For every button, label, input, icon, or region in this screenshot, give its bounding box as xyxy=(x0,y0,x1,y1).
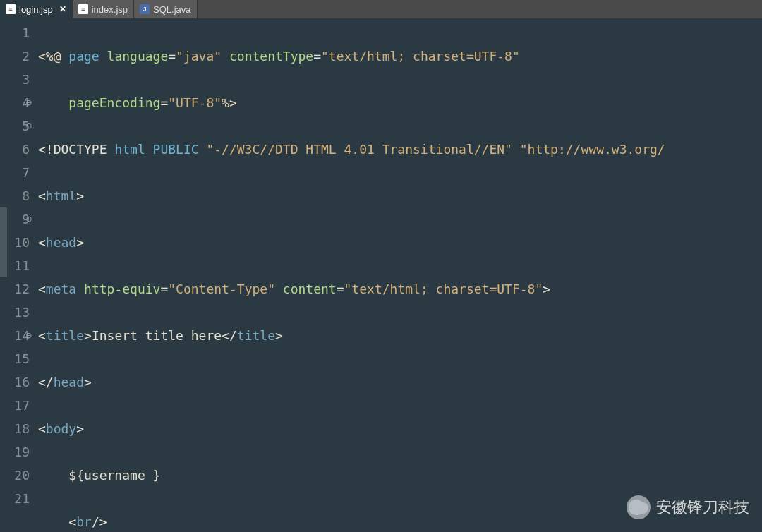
line-number: 1 xyxy=(1,21,30,44)
fold-toggle-icon[interactable]: ⊖ xyxy=(26,91,32,114)
line-number: 17 xyxy=(1,394,30,417)
line-number-gutter: 1 2 3 4⊖ 5⊖ 6 7 8 9⊖ 10 11 12 13 14⊖ 15 … xyxy=(0,18,35,532)
tab-sql-java[interactable]: J SQL.java xyxy=(134,0,197,18)
watermark: 安徽锋刀科技 xyxy=(627,495,749,519)
editor-tab-bar: ≡ login.jsp ✕ ≡ index.jsp J SQL.java xyxy=(0,0,762,18)
tab-label: SQL.java xyxy=(153,4,190,15)
tab-index-jsp[interactable]: ≡ index.jsp xyxy=(73,0,134,18)
line-number: 2 xyxy=(1,44,30,68)
line-number: 5⊖ xyxy=(1,114,30,138)
line-number: 10 xyxy=(1,231,30,254)
line-number: 13 xyxy=(1,301,30,324)
line-number: 4⊖ xyxy=(1,91,30,114)
code-editor: 1 2 3 4⊖ 5⊖ 6 7 8 9⊖ 10 11 12 13 14⊖ 15 … xyxy=(0,18,762,532)
code-line: </head> xyxy=(38,370,762,394)
jsp-file-icon: ≡ xyxy=(78,4,88,14)
line-number: 18 xyxy=(1,417,30,440)
line-number: 15 xyxy=(1,347,30,370)
line-number: 3 xyxy=(1,68,30,91)
tab-label: login.jsp xyxy=(19,4,53,15)
fold-toggle-icon[interactable]: ⊖ xyxy=(26,114,32,138)
wechat-icon xyxy=(627,495,651,519)
code-line: <body> xyxy=(38,417,762,440)
code-line: ${username } xyxy=(38,464,762,487)
code-line: <title>Insert title here</title> xyxy=(38,324,762,347)
code-area[interactable]: <%@ page language="java" contentType="te… xyxy=(35,18,762,532)
code-line: pageEncoding="UTF-8"%> xyxy=(38,91,762,114)
code-line: <html> xyxy=(38,184,762,207)
line-number: 8 xyxy=(1,184,30,207)
tab-label: index.jsp xyxy=(92,4,128,15)
fold-toggle-icon[interactable]: ⊖ xyxy=(26,324,32,347)
line-number: 7 xyxy=(1,161,30,184)
java-file-icon: J xyxy=(140,4,150,14)
line-number: 9⊖ xyxy=(1,207,30,231)
line-number: 21 xyxy=(1,487,30,510)
code-line: <!DOCTYPE html PUBLIC "-//W3C//DTD HTML … xyxy=(38,138,762,161)
code-line: <head> xyxy=(38,231,762,254)
line-number: 11 xyxy=(1,254,30,277)
line-number: 12 xyxy=(1,277,30,301)
fold-toggle-icon[interactable]: ⊖ xyxy=(26,207,32,231)
line-number: 19 xyxy=(1,440,30,464)
line-number: 14⊖ xyxy=(1,324,30,347)
line-number: 6 xyxy=(1,138,30,161)
close-icon[interactable]: ✕ xyxy=(59,4,66,14)
jsp-file-icon: ≡ xyxy=(6,4,16,14)
code-line: <meta http-equiv="Content-Type" content=… xyxy=(38,277,762,301)
watermark-text: 安徽锋刀科技 xyxy=(656,497,749,518)
line-number: 20 xyxy=(1,464,30,487)
line-number: 16 xyxy=(1,370,30,394)
code-line: <%@ page language="java" contentType="te… xyxy=(38,44,762,68)
tab-login-jsp[interactable]: ≡ login.jsp ✕ xyxy=(0,0,73,18)
